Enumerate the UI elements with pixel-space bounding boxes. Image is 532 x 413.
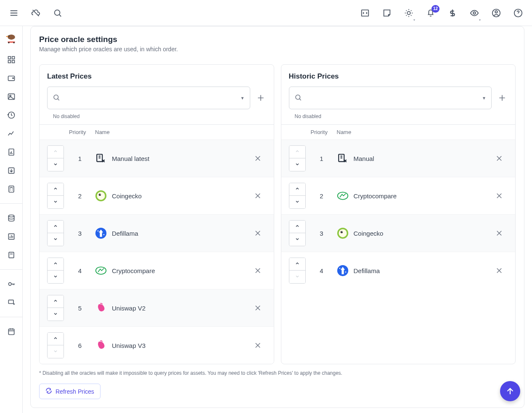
oracle-row: 1Manual [281, 139, 516, 177]
svg-point-3 [473, 12, 476, 14]
svg-point-32 [97, 192, 105, 200]
oracle-priority: 1 [69, 155, 91, 162]
historic-prices-panel: Historic Prices ▼ No disabled Priority [281, 64, 516, 364]
remove-oracle-button[interactable] [249, 267, 266, 274]
nav-image[interactable] [6, 92, 16, 102]
move-up-button[interactable] [48, 258, 64, 271]
nav-key[interactable] [6, 279, 16, 289]
oracle-row: 3Defillama [40, 214, 274, 252]
nav-stats[interactable] [6, 231, 16, 242]
note-button[interactable] [381, 8, 392, 18]
nav-device[interactable] [6, 297, 16, 308]
latest-search-input[interactable] [64, 95, 237, 101]
col-name: Name [333, 129, 491, 135]
svg-rect-27 [8, 300, 13, 303]
move-down-button[interactable] [289, 196, 305, 208]
oracle-priority: 2 [311, 192, 333, 200]
svg-point-2 [407, 11, 410, 14]
menu-button[interactable] [8, 8, 19, 18]
historic-search-select[interactable]: ▼ [289, 87, 492, 109]
remove-oracle-button[interactable] [491, 229, 508, 237]
dropdown-icon: ▼ [241, 96, 245, 100]
historic-search-input[interactable] [305, 95, 479, 101]
remove-oracle-button[interactable] [491, 155, 508, 162]
nav-wallet[interactable] [6, 73, 16, 83]
historic-disabled-hint: No disabled [295, 113, 508, 119]
remove-oracle-button[interactable] [249, 304, 266, 312]
code-button[interactable] [360, 8, 371, 18]
nav-history[interactable] [6, 110, 16, 120]
move-up-button[interactable] [48, 221, 64, 233]
search-button[interactable] [52, 8, 63, 18]
nav-book[interactable] [6, 250, 16, 260]
remove-oracle-button[interactable] [491, 192, 508, 200]
svg-rect-25 [9, 252, 14, 258]
help-button[interactable] [513, 8, 524, 18]
currency-button[interactable] [447, 8, 458, 18]
move-up-button [289, 146, 305, 158]
nav-calendar[interactable] [6, 326, 16, 337]
svg-point-23 [8, 215, 14, 217]
move-up-button[interactable] [289, 258, 305, 271]
latest-disabled-hint: No disabled [53, 113, 266, 119]
move-down-button[interactable] [48, 271, 64, 283]
latest-search-select[interactable]: ▼ [47, 87, 250, 109]
visibility-button[interactable]: ▾ [469, 8, 480, 18]
oracle-name: Manual latest [112, 155, 149, 162]
remove-oracle-button[interactable] [249, 155, 266, 162]
nav-dashboard[interactable] [6, 55, 16, 65]
oracle-name: Coingecko [354, 230, 384, 237]
scroll-top-button[interactable] [500, 381, 520, 401]
move-down-button[interactable] [48, 233, 64, 246]
nav-database[interactable] [6, 213, 16, 223]
svg-point-11 [13, 42, 15, 44]
oracle-row: 2Cryptocompare [281, 177, 516, 214]
oracle-row: 4Defillama [281, 252, 516, 289]
latest-add-button[interactable] [255, 92, 266, 103]
move-down-button[interactable] [48, 158, 64, 171]
oracle-logo-icon [95, 265, 107, 276]
remove-oracle-button[interactable] [249, 229, 266, 237]
move-down-button[interactable] [48, 308, 64, 321]
theme-button[interactable]: ▾ [403, 8, 414, 18]
chevron-down-icon: ▾ [479, 18, 481, 22]
oracle-logo-icon [337, 153, 349, 164]
svg-point-48 [345, 271, 346, 273]
account-button[interactable] [491, 8, 502, 18]
historic-add-button[interactable] [497, 92, 508, 103]
oracle-priority: 6 [69, 342, 91, 349]
move-down-button[interactable] [48, 196, 64, 208]
remove-oracle-button[interactable] [491, 267, 508, 274]
svg-point-41 [337, 192, 348, 200]
notifications-button[interactable]: 12 [425, 8, 436, 18]
oracle-name: Defillama [112, 230, 138, 237]
refresh-prices-button[interactable]: Refresh Prices [39, 384, 101, 399]
oracle-name: Cryptocompare [354, 192, 397, 200]
oracle-priority: 3 [311, 230, 333, 237]
move-up-button[interactable] [289, 221, 305, 233]
move-up-button[interactable] [48, 333, 64, 345]
oracle-logo-icon [95, 190, 107, 202]
svg-point-10 [8, 42, 10, 44]
svg-point-0 [55, 10, 60, 15]
move-up-button[interactable] [289, 183, 305, 196]
move-down-button[interactable] [289, 158, 305, 171]
notifications-badge: 12 [431, 5, 439, 13]
remove-oracle-button[interactable] [249, 192, 266, 200]
move-up-button[interactable] [48, 183, 64, 196]
latest-title: Latest Prices [47, 72, 266, 81]
oracle-logo-icon [95, 227, 107, 239]
svg-rect-12 [8, 57, 11, 59]
cloud-off-icon[interactable] [30, 8, 41, 18]
nav-chart[interactable] [6, 129, 16, 139]
move-down-button[interactable] [289, 233, 305, 246]
nav-calculator[interactable] [6, 184, 16, 194]
oracle-priority: 4 [69, 267, 91, 274]
nav-import[interactable] [6, 166, 16, 176]
oracle-priority: 5 [69, 305, 91, 312]
remove-oracle-button[interactable] [249, 342, 266, 349]
move-up-button[interactable] [48, 295, 64, 308]
oracle-row: 5Uniswap V2 [40, 289, 274, 326]
svg-point-43 [339, 229, 347, 237]
nav-report[interactable] [6, 147, 16, 157]
